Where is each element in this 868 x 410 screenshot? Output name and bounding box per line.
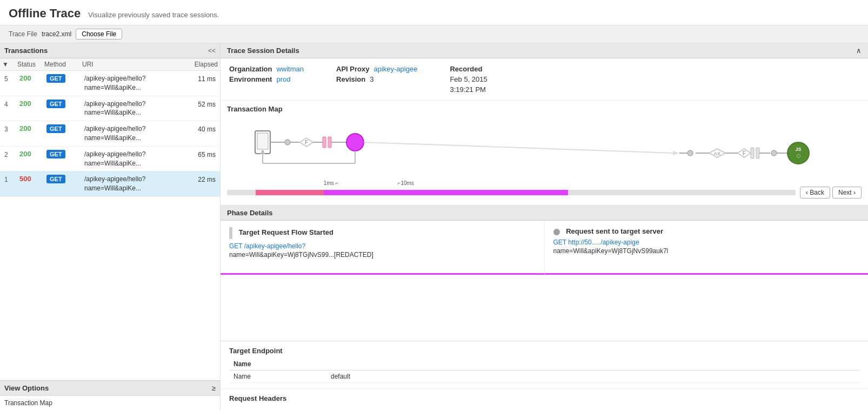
collapse-transactions-button[interactable]: << <box>208 47 216 55</box>
svg-rect-10 <box>328 137 331 148</box>
svg-text:F: F <box>743 150 746 156</box>
row-method: GET <box>44 124 82 133</box>
endpoint-value-header <box>326 358 859 371</box>
recorded-label-row: Recorded <box>450 65 487 73</box>
transaction-map-section: Transaction Map F <box>221 101 868 206</box>
svg-text:⬡: ⬡ <box>797 154 800 158</box>
collapse-session-button[interactable]: ∧ <box>856 47 862 55</box>
trace-file-label: Trace File <box>9 30 37 38</box>
timeline-bar: 1ms ⌐ ⌐10ms <box>227 188 796 197</box>
phase-card-2-header: Request sent to target server <box>553 227 860 235</box>
next-button[interactable]: Next › <box>832 187 862 199</box>
api-proxy-label: API Proxy <box>336 65 369 73</box>
endpoint-row: Name default <box>229 371 859 383</box>
view-options-collapse-button[interactable]: ≥ <box>212 384 216 392</box>
row-num: 4 <box>2 100 17 108</box>
back-button[interactable]: ‹ Back <box>800 187 830 199</box>
environment-row: Environment prod <box>229 75 304 83</box>
timeline-segment-magenta <box>324 190 568 195</box>
transactions-title: Transactions <box>4 47 48 55</box>
recorded-value: Feb 5, 2015 <box>450 75 487 83</box>
row-status: 200 <box>17 74 44 82</box>
trace-session-title: Trace Session Details <box>227 47 299 55</box>
table-row[interactable]: 5 200 GET /apikey-apigee/hello?name=Will… <box>0 71 220 96</box>
phase-details-section: Phase Details Target Request Flow Starte… <box>221 206 868 341</box>
svg-rect-9 <box>323 137 326 148</box>
table-row[interactable]: 3 200 GET /apikey-apigee/hello?name=Will… <box>0 121 220 147</box>
right-panel: Trace Session Details ∧ Organization wwi… <box>221 43 868 410</box>
table-row[interactable]: 1 500 GET /apikey-apigee/hello?name=Will… <box>0 171 220 197</box>
table-row[interactable]: 2 200 GET /apikey-apigee/hello?name=Will… <box>0 147 220 172</box>
phase-card-2-title: Request sent to target server <box>566 227 663 235</box>
svg-marker-35 <box>673 151 679 155</box>
left-panel: Transactions << ▼ Status Method URI Elap… <box>0 43 221 410</box>
phase-card-1-title: Target Request Flow Started <box>239 228 333 236</box>
phase-card-2-dot-icon <box>553 229 560 235</box>
uri-column-header: URI <box>80 61 185 68</box>
recorded-time: 3:19:21 PM <box>450 85 486 94</box>
timeline-nav-buttons: ‹ Back Next › <box>800 187 862 199</box>
sort-arrow[interactable]: ▼ <box>0 61 15 68</box>
choose-file-button[interactable]: Choose File <box>76 29 122 39</box>
timeline-label-1ms: 1ms ⌐ <box>324 180 339 186</box>
row-num: 5 <box>2 74 17 83</box>
svg-text:JS: JS <box>795 147 801 152</box>
row-elapsed: 11 ms <box>183 74 218 83</box>
recorded-value-row: Feb 5, 2015 <box>450 75 487 83</box>
organization-value: wwitman <box>276 65 304 73</box>
svg-point-31 <box>787 142 809 164</box>
page-subtitle: Visualize previously saved trace session… <box>88 11 219 19</box>
svg-rect-1 <box>257 133 268 149</box>
svg-line-34 <box>364 142 674 153</box>
page-header: Offline Trace Visualize previously saved… <box>0 0 868 25</box>
transaction-map-svg: F <box>227 117 862 177</box>
organization-label: Organization <box>229 65 272 73</box>
row-elapsed: 52 ms <box>183 100 218 108</box>
endpoint-name-header: Name <box>229 358 326 371</box>
request-headers-section: Request Headers <box>221 389 868 410</box>
row-elapsed: 22 ms <box>183 175 218 183</box>
phase-card-1-bar-icon <box>229 227 232 239</box>
row-status: 200 <box>17 100 44 108</box>
timeline-container: 1ms ⌐ ⌐10ms ‹ Back Next › <box>227 184 862 203</box>
phase-card-1-text: name=Will&apiKey=Wj8TGjNvS99...[REDACTED… <box>229 250 536 260</box>
row-num: 1 <box>2 175 17 183</box>
row-status: 500 <box>17 175 44 183</box>
row-uri: /apikey-apigee/hello?name=Will&apiKe... <box>82 150 183 168</box>
svg-point-21 <box>687 150 693 156</box>
trace-session-header: Trace Session Details ∧ <box>221 43 868 58</box>
svg-point-4 <box>285 140 290 145</box>
api-proxy-value: apikey-apigee <box>373 65 417 73</box>
svg-rect-26 <box>751 148 754 158</box>
row-uri: /apikey-apigee/hello?name=Will&apiKe... <box>82 124 183 143</box>
table-row[interactable]: 4 200 GET /apikey-apigee/hello?name=Will… <box>0 96 220 122</box>
row-method: GET <box>44 74 82 83</box>
recorded-group: Recorded Feb 5, 2015 3:19:21 PM <box>450 65 487 94</box>
row-elapsed: 65 ms <box>183 150 218 158</box>
view-options-content: Transaction Map <box>0 395 220 410</box>
endpoint-value-cell: default <box>326 371 859 383</box>
row-method: GET <box>44 150 82 158</box>
row-method: GET <box>44 100 82 108</box>
row-num: 3 <box>2 124 17 133</box>
api-proxy-row: API Proxy apikey-apigee <box>336 65 417 73</box>
row-status: 200 <box>17 150 44 158</box>
row-status: 200 <box>17 124 44 133</box>
row-num: 2 <box>2 150 17 158</box>
phase-details-header: Phase Details <box>221 206 868 221</box>
org-env-group: Organization wwitman Environment prod <box>229 65 304 94</box>
revision-label: Revision <box>336 75 365 83</box>
svg-point-29 <box>771 150 777 156</box>
page-title: Offline Trace <box>9 6 81 20</box>
method-column-header: Method <box>42 61 80 68</box>
recorded-label: Recorded <box>450 65 482 73</box>
organization-row: Organization wwitman <box>229 65 304 73</box>
phase-card-1-header: Target Request Flow Started <box>229 227 536 239</box>
transactions-header: Transactions << <box>0 43 220 58</box>
transactions-table-header: ▼ Status Method URI Elapsed <box>0 58 220 71</box>
svg-rect-27 <box>756 148 759 158</box>
timeline-label-10ms: ⌐10ms <box>398 180 414 186</box>
svg-text:AX: AX <box>714 151 720 156</box>
row-uri: /apikey-apigee/hello?name=Will&apiKe... <box>82 74 183 92</box>
environment-value: prod <box>276 75 290 83</box>
